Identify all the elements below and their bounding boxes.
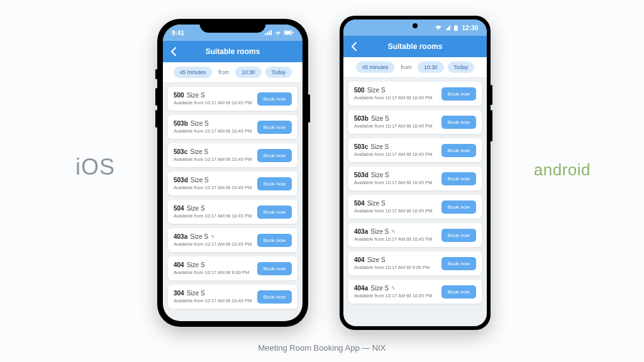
back-button[interactable] (169, 47, 179, 57)
filter-time[interactable]: 10:30 (418, 62, 443, 73)
room-card[interactable]: 503cSize SAvailable from 10:17 AM till 1… (348, 138, 482, 162)
room-card[interactable]: 504Size SAvailable from 10:17 AM till 10… (348, 195, 482, 219)
room-size: Size S (190, 233, 208, 240)
book-now-button[interactable]: Book now (257, 234, 292, 247)
book-now-button[interactable]: Book now (441, 144, 476, 157)
room-availability: Available from 10:17 AM till 9:00 PM (174, 270, 253, 275)
book-now-button[interactable]: Book now (441, 200, 476, 214)
android-status-time: 12:30 (462, 25, 478, 31)
room-list[interactable]: 500Size SAvailable from 10:17 AM till 10… (343, 78, 487, 326)
room-list[interactable]: 500Size SAvailable from 10:17 AM till 10… (163, 83, 303, 321)
filters-bar: 45 minutes from 10:30 Today (343, 57, 487, 78)
book-now-button[interactable]: Book now (441, 229, 476, 242)
room-size: Size S (370, 285, 389, 292)
room-availability: Available from 10:17 AM till 10:45 PM (174, 241, 253, 247)
book-now-button[interactable]: Book now (441, 285, 476, 299)
room-size: Size S (367, 256, 386, 263)
room-card[interactable]: 404Size SAvailable from 10:17 AM till 9:… (348, 251, 482, 275)
room-size: Size S (191, 177, 209, 184)
android-frame: 12:30 Suitable rooms 45 minutes from 10:… (340, 16, 491, 330)
iphone-notch (200, 19, 266, 33)
back-button[interactable] (350, 41, 360, 52)
room-size: Size S (371, 172, 389, 178)
battery-icon (454, 25, 458, 31)
book-now-button[interactable]: Book now (257, 92, 292, 106)
filter-time[interactable]: 10:30 (235, 67, 261, 78)
wifi-icon (274, 30, 282, 35)
book-now-button[interactable]: Book now (441, 87, 476, 101)
platform-label-android: android (534, 160, 591, 180)
ios-status-time: 9:41 (172, 30, 184, 36)
room-size: Size S (370, 228, 389, 235)
room-card[interactable]: 500Size SAvailable from 10:17 AM till 10… (168, 87, 297, 111)
svg-rect-6 (292, 32, 294, 34)
svg-rect-8 (455, 25, 457, 26)
room-size: Size S (187, 290, 205, 297)
svg-rect-0 (265, 33, 266, 35)
room-card[interactable]: 500Size SAvailable from 10:17 AM till 10… (348, 82, 482, 106)
book-now-button[interactable]: Book now (441, 116, 476, 129)
room-availability: Available from 10:17 AM till 10:45 PM (174, 156, 253, 162)
book-now-button[interactable]: Book now (257, 121, 292, 134)
android-power-button (491, 85, 492, 105)
room-card[interactable]: 503cSize SAvailable from 10:17 AM till 1… (168, 143, 297, 167)
room-size: Size S (187, 92, 205, 99)
svg-rect-2 (269, 31, 270, 35)
book-now-button[interactable]: Book now (257, 177, 292, 190)
android-navbar: Suitable rooms (343, 36, 487, 57)
cellular-icon (265, 30, 272, 35)
svg-rect-7 (454, 26, 458, 31)
room-availability: Available from 10:17 AM till 10:45 PM (354, 151, 438, 157)
iphone-power-button (308, 94, 310, 123)
filter-duration[interactable]: 45 minutes (356, 62, 395, 73)
room-availability: Available from 10:17 AM till 10:45 PM (174, 213, 253, 219)
svg-rect-5 (285, 31, 291, 35)
wifi-icon (435, 25, 441, 30)
android-camera-hole (413, 23, 418, 28)
room-card[interactable]: 503dSize SAvailable from 10:17 AM till 1… (348, 167, 482, 190)
room-card[interactable]: 503bSize SAvailable from 10:17 AM till 1… (168, 115, 297, 139)
page-title: Suitable rooms (388, 42, 443, 51)
iphone-frame: 9:41 Suitable rooms 45 minutes from (157, 19, 308, 327)
room-card[interactable]: 404aSize S✎Available from 10:17 AM till … (348, 280, 482, 304)
svg-rect-1 (267, 33, 268, 36)
room-card[interactable]: 304Size SAvailable from 10:17 AM till 10… (168, 285, 297, 309)
book-now-button[interactable]: Book now (441, 172, 476, 185)
room-card[interactable]: 503bSize SAvailable from 10:17 AM till 1… (348, 110, 482, 134)
room-card[interactable]: 404Size SAvailable from 10:17 AM till 9:… (168, 256, 297, 280)
book-now-button[interactable]: Book now (257, 262, 292, 275)
room-size: Size S (370, 143, 389, 150)
filter-from-label: from (398, 62, 414, 73)
svg-rect-3 (270, 30, 272, 35)
room-card[interactable]: 403aSize S✎Available from 10:17 AM till … (168, 228, 297, 252)
room-number: 404 (354, 256, 365, 263)
room-number: 404a (354, 285, 368, 292)
room-number: 500 (354, 87, 365, 94)
room-card[interactable]: 403aSize S✎Available from 10:17 AM till … (348, 223, 482, 247)
room-card[interactable]: 503dSize SAvailable from 10:17 AM till 1… (168, 172, 297, 195)
room-size: Size S (367, 87, 386, 94)
room-card[interactable]: 504Size SAvailable from 10:17 AM till 10… (168, 200, 297, 224)
platform-label-ios: iOS (75, 154, 115, 180)
book-now-button[interactable]: Book now (441, 257, 476, 270)
room-number: 403a (354, 228, 368, 235)
iphone-volume-down (155, 110, 157, 128)
filter-day[interactable]: Today (448, 62, 475, 73)
book-now-button[interactable]: Book now (257, 290, 292, 304)
room-size: Size S (187, 205, 205, 212)
room-size: Size S (190, 148, 208, 155)
room-size: Size S (367, 200, 386, 207)
room-availability: Available from 10:17 AM till 10:45 PM (354, 123, 438, 129)
room-size: Size S (187, 261, 205, 268)
room-availability: Available from 10:17 AM till 10:45 PM (174, 298, 253, 304)
room-number: 503c (354, 143, 368, 150)
room-number: 503b (174, 120, 188, 127)
book-now-button[interactable]: Book now (257, 149, 292, 162)
book-now-button[interactable]: Book now (257, 206, 292, 219)
room-size: Size S (371, 115, 389, 122)
filter-duration[interactable]: 45 minutes (174, 67, 213, 78)
caption: Meeting Room Booking App — NIX (0, 343, 644, 353)
filter-day[interactable]: Today (265, 67, 292, 78)
pencil-icon: ✎ (211, 234, 215, 239)
room-size: Size S (191, 120, 209, 127)
